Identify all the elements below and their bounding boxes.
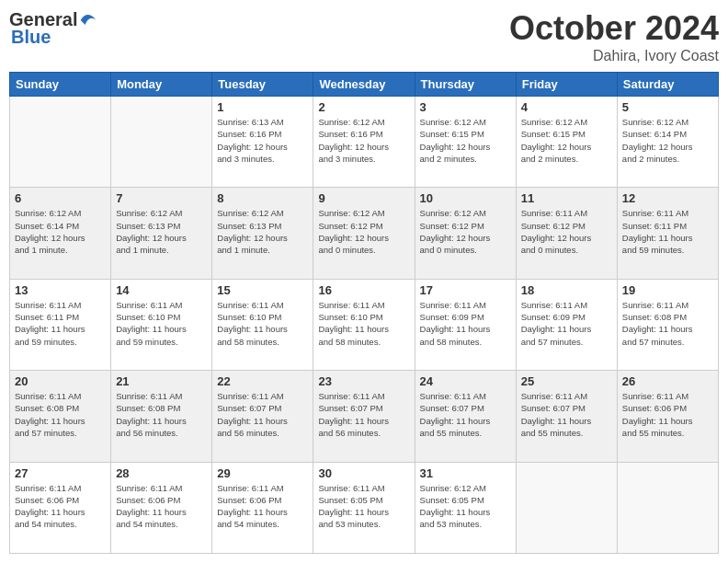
day-info: Sunrise: 6:11 AM Sunset: 6:12 PM Dayligh…: [521, 207, 612, 256]
page: General Blue October 2024 Dahira, Ivory …: [0, 0, 728, 563]
day-number: 21: [116, 374, 207, 388]
day-info: Sunrise: 6:11 AM Sunset: 6:10 PM Dayligh…: [318, 299, 409, 348]
day-info: Sunrise: 6:11 AM Sunset: 6:08 PM Dayligh…: [15, 390, 106, 439]
day-info: Sunrise: 6:11 AM Sunset: 6:11 PM Dayligh…: [15, 299, 106, 348]
day-info: Sunrise: 6:12 AM Sunset: 6:15 PM Dayligh…: [420, 116, 511, 165]
day-number: 29: [217, 466, 308, 480]
day-info: Sunrise: 6:12 AM Sunset: 6:05 PM Dayligh…: [420, 482, 511, 531]
day-info: Sunrise: 6:11 AM Sunset: 6:10 PM Dayligh…: [116, 299, 207, 348]
day-info: Sunrise: 6:11 AM Sunset: 6:09 PM Dayligh…: [420, 299, 511, 348]
calendar-cell: 6Sunrise: 6:12 AM Sunset: 6:14 PM Daylig…: [10, 188, 111, 279]
calendar-cell: 17Sunrise: 6:11 AM Sunset: 6:09 PM Dayli…: [415, 279, 516, 370]
day-info: Sunrise: 6:12 AM Sunset: 6:12 PM Dayligh…: [420, 207, 511, 256]
calendar: Sunday Monday Tuesday Wednesday Thursday…: [9, 72, 719, 554]
day-number: 15: [217, 283, 308, 297]
calendar-cell: 2Sunrise: 6:12 AM Sunset: 6:16 PM Daylig…: [313, 97, 415, 188]
calendar-cell: 24Sunrise: 6:11 AM Sunset: 6:07 PM Dayli…: [415, 371, 516, 462]
calendar-cell: 9Sunrise: 6:12 AM Sunset: 6:12 PM Daylig…: [313, 188, 415, 279]
day-number: 11: [521, 191, 612, 205]
day-info: Sunrise: 6:12 AM Sunset: 6:12 PM Dayligh…: [318, 207, 409, 256]
calendar-cell: 11Sunrise: 6:11 AM Sunset: 6:12 PM Dayli…: [516, 188, 617, 279]
header: General Blue October 2024 Dahira, Ivory …: [9, 9, 719, 64]
calendar-cell: 8Sunrise: 6:12 AM Sunset: 6:13 PM Daylig…: [212, 188, 313, 279]
day-number: 31: [420, 466, 511, 480]
day-info: Sunrise: 6:11 AM Sunset: 6:07 PM Dayligh…: [318, 390, 409, 439]
col-friday: Friday: [516, 73, 617, 97]
day-number: 8: [217, 191, 308, 205]
day-number: 16: [318, 283, 409, 297]
day-number: 1: [217, 100, 308, 114]
day-number: 26: [622, 374, 713, 388]
day-info: Sunrise: 6:11 AM Sunset: 6:06 PM Dayligh…: [622, 390, 713, 439]
col-wednesday: Wednesday: [313, 73, 415, 97]
calendar-week-1: 1Sunrise: 6:13 AM Sunset: 6:16 PM Daylig…: [10, 97, 719, 188]
day-number: 19: [622, 283, 713, 297]
col-sunday: Sunday: [10, 73, 111, 97]
day-number: 25: [521, 374, 612, 388]
day-info: Sunrise: 6:11 AM Sunset: 6:10 PM Dayligh…: [217, 299, 308, 348]
main-title: October 2024: [509, 9, 719, 48]
calendar-cell: 1Sunrise: 6:13 AM Sunset: 6:16 PM Daylig…: [212, 97, 313, 188]
calendar-cell: 10Sunrise: 6:12 AM Sunset: 6:12 PM Dayli…: [415, 188, 516, 279]
calendar-cell: 21Sunrise: 6:11 AM Sunset: 6:08 PM Dayli…: [111, 371, 212, 462]
col-monday: Monday: [111, 73, 212, 97]
calendar-cell: 30Sunrise: 6:11 AM Sunset: 6:05 PM Dayli…: [313, 462, 415, 553]
calendar-cell: 12Sunrise: 6:11 AM Sunset: 6:11 PM Dayli…: [617, 188, 718, 279]
calendar-cell: 26Sunrise: 6:11 AM Sunset: 6:06 PM Dayli…: [617, 371, 718, 462]
day-info: Sunrise: 6:11 AM Sunset: 6:08 PM Dayligh…: [116, 390, 207, 439]
calendar-week-3: 13Sunrise: 6:11 AM Sunset: 6:11 PM Dayli…: [10, 279, 719, 370]
day-info: Sunrise: 6:11 AM Sunset: 6:07 PM Dayligh…: [521, 390, 612, 439]
day-info: Sunrise: 6:11 AM Sunset: 6:06 PM Dayligh…: [217, 482, 308, 531]
calendar-week-5: 27Sunrise: 6:11 AM Sunset: 6:06 PM Dayli…: [10, 462, 719, 553]
day-info: Sunrise: 6:12 AM Sunset: 6:13 PM Dayligh…: [217, 207, 308, 256]
day-info: Sunrise: 6:11 AM Sunset: 6:08 PM Dayligh…: [622, 299, 713, 348]
calendar-cell: 20Sunrise: 6:11 AM Sunset: 6:08 PM Dayli…: [10, 371, 111, 462]
calendar-cell: 22Sunrise: 6:11 AM Sunset: 6:07 PM Dayli…: [212, 371, 313, 462]
day-info: Sunrise: 6:12 AM Sunset: 6:13 PM Dayligh…: [116, 207, 207, 256]
calendar-cell: 16Sunrise: 6:11 AM Sunset: 6:10 PM Dayli…: [313, 279, 415, 370]
day-info: Sunrise: 6:12 AM Sunset: 6:14 PM Dayligh…: [622, 116, 713, 165]
day-number: 28: [116, 466, 207, 480]
calendar-cell: 18Sunrise: 6:11 AM Sunset: 6:09 PM Dayli…: [516, 279, 617, 370]
calendar-cell: 28Sunrise: 6:11 AM Sunset: 6:06 PM Dayli…: [111, 462, 212, 553]
calendar-cell: [10, 97, 111, 188]
calendar-cell: 7Sunrise: 6:12 AM Sunset: 6:13 PM Daylig…: [111, 188, 212, 279]
day-info: Sunrise: 6:12 AM Sunset: 6:14 PM Dayligh…: [15, 207, 106, 256]
day-info: Sunrise: 6:11 AM Sunset: 6:11 PM Dayligh…: [622, 207, 713, 256]
day-number: 17: [420, 283, 511, 297]
day-info: Sunrise: 6:11 AM Sunset: 6:06 PM Dayligh…: [116, 482, 207, 531]
logo: General Blue: [9, 9, 97, 48]
day-number: 18: [521, 283, 612, 297]
logo-icon: [79, 11, 97, 29]
calendar-cell: [516, 462, 617, 553]
day-number: 4: [521, 100, 612, 114]
day-info: Sunrise: 6:11 AM Sunset: 6:06 PM Dayligh…: [15, 482, 106, 531]
day-info: Sunrise: 6:12 AM Sunset: 6:15 PM Dayligh…: [521, 116, 612, 165]
col-thursday: Thursday: [415, 73, 516, 97]
calendar-cell: 23Sunrise: 6:11 AM Sunset: 6:07 PM Dayli…: [313, 371, 415, 462]
calendar-cell: 29Sunrise: 6:11 AM Sunset: 6:06 PM Dayli…: [212, 462, 313, 553]
calendar-cell: 4Sunrise: 6:12 AM Sunset: 6:15 PM Daylig…: [516, 97, 617, 188]
day-number: 2: [318, 100, 409, 114]
day-number: 24: [420, 374, 511, 388]
day-number: 9: [318, 191, 409, 205]
day-number: 13: [15, 283, 106, 297]
calendar-cell: 31Sunrise: 6:12 AM Sunset: 6:05 PM Dayli…: [415, 462, 516, 553]
day-number: 7: [116, 191, 207, 205]
day-info: Sunrise: 6:13 AM Sunset: 6:16 PM Dayligh…: [217, 116, 308, 165]
day-number: 23: [318, 374, 409, 388]
day-info: Sunrise: 6:11 AM Sunset: 6:05 PM Dayligh…: [318, 482, 409, 531]
logo-blue: Blue: [11, 27, 51, 48]
col-saturday: Saturday: [617, 73, 718, 97]
calendar-cell: 25Sunrise: 6:11 AM Sunset: 6:07 PM Dayli…: [516, 371, 617, 462]
day-number: 3: [420, 100, 511, 114]
day-number: 5: [622, 100, 713, 114]
calendar-cell: [617, 462, 718, 553]
day-info: Sunrise: 6:11 AM Sunset: 6:09 PM Dayligh…: [521, 299, 612, 348]
subtitle: Dahira, Ivory Coast: [509, 48, 719, 64]
day-info: Sunrise: 6:11 AM Sunset: 6:07 PM Dayligh…: [420, 390, 511, 439]
calendar-cell: 3Sunrise: 6:12 AM Sunset: 6:15 PM Daylig…: [415, 97, 516, 188]
day-number: 27: [15, 466, 106, 480]
calendar-cell: 14Sunrise: 6:11 AM Sunset: 6:10 PM Dayli…: [111, 279, 212, 370]
day-number: 20: [15, 374, 106, 388]
